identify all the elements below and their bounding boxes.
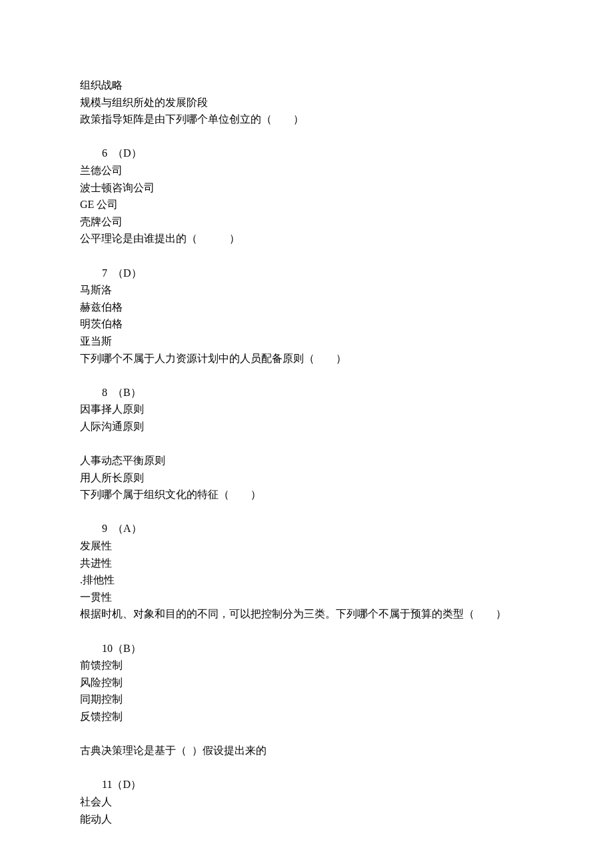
text-line: 前馈控制	[80, 657, 533, 674]
text-line: 古典决策理论是基于（ ）假设提出来的	[80, 742, 533, 759]
text-line: 发展性	[80, 537, 533, 555]
text-line: 用人所长原则	[80, 469, 533, 487]
text-line: 一贯性	[80, 589, 533, 606]
text-line: 下列哪个不属于人力资源计划中的人员配备原则（ ）	[80, 350, 533, 367]
text-line: 人事动态平衡原则	[80, 452, 533, 469]
text-line: 波士顿咨询公司	[80, 179, 533, 197]
text-line: 赫兹伯格	[80, 299, 533, 316]
text-line: 公平理论是由谁提出的（ ）	[80, 230, 533, 247]
text-line: 壳牌公司	[80, 213, 533, 231]
text-line: .排他性	[80, 571, 533, 589]
blank-line	[80, 367, 533, 384]
blank-line	[80, 503, 533, 521]
question-header-11: 11（D）	[80, 776, 533, 793]
blank-line	[80, 247, 533, 265]
blank-line	[80, 759, 533, 777]
text-line: 亚当斯	[80, 333, 533, 350]
text-line: 组织战略	[80, 77, 533, 94]
text-line: 能动人	[80, 811, 533, 828]
question-header-6: 6 （D）	[80, 145, 533, 162]
text-line: 明茨伯格	[80, 315, 533, 333]
text-line: 兰德公司	[80, 162, 533, 179]
blank-line	[80, 435, 533, 452]
text-line: 反馈控制	[80, 708, 533, 725]
question-header-8: 8 （B）	[80, 384, 533, 401]
text-line: 风险控制	[80, 674, 533, 691]
text-line: 马斯洛	[80, 281, 533, 299]
text-line: 政策指导矩阵是由下列哪个单位创立的（ ）	[80, 111, 533, 128]
text-line: 规模与组织所处的发展阶段	[80, 94, 533, 111]
blank-line	[80, 128, 533, 145]
text-line: 社会人	[80, 793, 533, 811]
text-line: 因事择人原则	[80, 401, 533, 418]
question-header-7: 7 （D）	[80, 265, 533, 282]
text-line: GE 公司	[80, 196, 533, 213]
blank-line	[80, 725, 533, 743]
question-header-9: 9 （A）	[80, 520, 533, 537]
question-header-10: 10（B）	[80, 640, 533, 657]
blank-line	[80, 623, 533, 640]
text-line: 共进性	[80, 555, 533, 572]
text-line: 根据时机、对象和目的的不同，可以把控制分为三类。下列哪个不属于预算的类型（ ）	[80, 605, 533, 623]
text-line: 下列哪个属于组织文化的特征（ ）	[80, 486, 533, 503]
text-line: 人际沟通原则	[80, 418, 533, 435]
text-line: 同期控制	[80, 691, 533, 708]
